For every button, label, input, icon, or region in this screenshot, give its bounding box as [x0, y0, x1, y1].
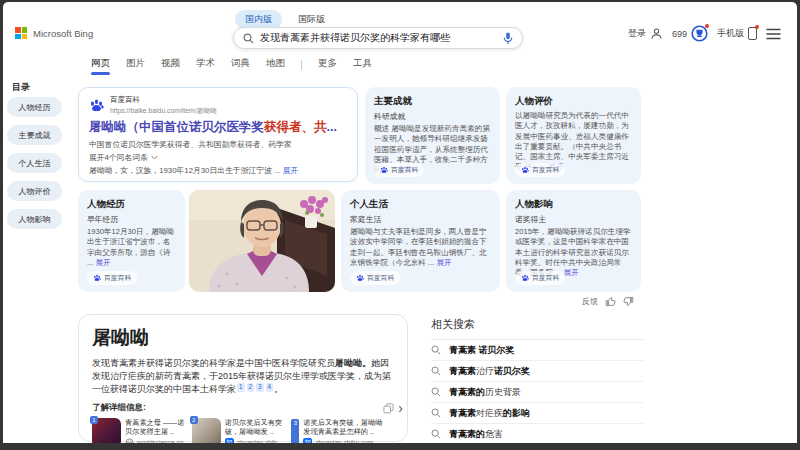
- baike-result-card[interactable]: 百度百科 https://baike.baidu.com/item/屠呦呦 屠呦…: [78, 87, 358, 182]
- portrait-image[interactable]: [189, 190, 335, 292]
- search-icon: [431, 429, 441, 439]
- answer-text: 。: [274, 384, 283, 394]
- source-card-2[interactable]: 2 诺贝尔奖后又有突破，屠呦呦发 .. 知zhuanlan.zhih..: [192, 418, 285, 443]
- tab-tools[interactable]: 工具: [353, 57, 372, 73]
- search-icon: [243, 33, 254, 44]
- related-item-3[interactable]: 青蒿素的历史背景: [431, 382, 643, 403]
- baidu-paw-icon: [93, 274, 101, 282]
- result-source-row[interactable]: 百度百科 https://baike.baidu.com/item/屠呦呦: [89, 95, 347, 116]
- toc-item-personal-life[interactable]: 个人生活: [7, 153, 62, 173]
- result-title-highlight: 获得者、共: [264, 120, 327, 134]
- answer-bold-text: 屠呦呦。: [335, 358, 371, 368]
- card-evaluation[interactable]: 人物评价 以屠呦呦研究员为代表的一代代中医人才，孜孜耕耘，屡建功勋，为发展中医药…: [506, 87, 641, 184]
- source-chip[interactable]: 百度百科: [374, 163, 424, 177]
- source-chip[interactable]: 百度百科: [350, 271, 400, 285]
- chip-label: 百度百科: [532, 165, 559, 175]
- related-item-2[interactable]: 青蒿素治疗诺贝尔奖: [431, 361, 643, 382]
- source-chip[interactable]: 百度百科: [515, 163, 565, 177]
- globe-icon: [125, 438, 134, 443]
- card-subtitle: 家庭生活: [350, 214, 491, 225]
- expand-link[interactable]: 展开: [437, 258, 452, 267]
- card-title: 人物影响: [515, 198, 632, 211]
- card-body-text: 屠呦呦与丈夫李廷钊是同乡，两人曾是宁波效实中学同学，在李廷钊姐姐的撮合下走到一起…: [350, 227, 487, 267]
- source-number-badge: 2: [190, 416, 198, 424]
- source-card-3[interactable]: 3 诺奖后又有突破，屠呦呦发现青蒿素是怎样的 .. 知zhuanlan.zhih…: [291, 418, 384, 443]
- related-searches: 相关搜索 青蒿素 诺贝尔奖 青蒿素治疗诺贝尔奖 青蒿素的历史背景 青蒿素对疟疾的…: [431, 317, 643, 443]
- baidu-paw-icon: [521, 274, 529, 282]
- toc-item-achievements[interactable]: 主要成就: [7, 125, 62, 145]
- citation-4[interactable]: 4: [266, 383, 274, 392]
- card-title: 人物经历: [87, 198, 176, 211]
- chip-label: 百度百科: [532, 273, 559, 283]
- source-thumbnail: 2: [192, 418, 221, 443]
- tab-more[interactable]: 更多: [318, 57, 337, 73]
- portrait-illustration: [189, 190, 335, 292]
- toc-title: 目录: [12, 81, 30, 94]
- baidu-paw-icon: [89, 98, 104, 113]
- learn-more-label: 了解详细信息:: [92, 402, 146, 414]
- search-bar[interactable]: [233, 27, 523, 49]
- tab-images[interactable]: 图片: [126, 57, 145, 73]
- source-chip[interactable]: 百度百科: [515, 271, 565, 285]
- hamburger-menu-icon[interactable]: [766, 28, 781, 40]
- related-item-4[interactable]: 青蒿素对疟疾的影响: [431, 403, 643, 424]
- chip-label: 百度百科: [104, 273, 131, 283]
- baidu-paw-icon: [380, 166, 388, 174]
- citation-1[interactable]: 1: [237, 383, 245, 392]
- result-title-link[interactable]: 屠呦呦（中国首位诺贝尔医学奖获得者、共...: [89, 119, 347, 136]
- rewards-button[interactable]: 699: [672, 25, 708, 42]
- toc-list: 人物经历 主要成就 个人生活 人物评价 人物影响: [7, 97, 62, 229]
- microsoft-logo-icon: [15, 27, 27, 39]
- card-title: 人物评价: [515, 95, 632, 108]
- thumbs-down-icon[interactable]: [623, 296, 634, 307]
- card-subtitle: 诺奖得主: [515, 214, 632, 225]
- tab-academic[interactable]: 学术: [196, 57, 215, 73]
- search-icon: [431, 387, 441, 397]
- related-text: 青蒿素: [449, 366, 476, 376]
- browser-page: Microsoft Bing 国内版 国际版 登录 699 手机版: [3, 2, 797, 443]
- expand-link[interactable]: 展开: [95, 258, 110, 267]
- source-chip[interactable]: 百度百科: [87, 271, 137, 285]
- related-item-1[interactable]: 青蒿素 诺贝尔奖: [431, 340, 643, 361]
- card-body: 1930年12月30日，屠呦呦出生于浙江省宁波市，名字由父亲所取，源自《诗 ..…: [87, 227, 176, 268]
- mobile-version-button[interactable]: 手机版: [717, 27, 757, 40]
- snippet-text: 屠呦呦，女，汉族，1930年12月30日出生于浙江宁波 ...: [89, 166, 281, 175]
- bing-logo[interactable]: Microsoft Bing: [15, 27, 93, 39]
- card-personal-life[interactable]: 个人生活 家庭生活 屠呦呦与丈夫李廷钊是同乡，两人曾是宁波效实中学同学，在李廷钊…: [341, 190, 500, 292]
- search-input[interactable]: [260, 33, 497, 44]
- card-achievements[interactable]: 主要成就 科研成就 概述 屠呦呦是发现新药青蒿素的第一发明人，她领导科研组继承发…: [365, 87, 500, 184]
- expand-link[interactable]: 展开: [564, 268, 579, 277]
- toc-item-experience[interactable]: 人物经历: [7, 97, 62, 117]
- citation-3[interactable]: 3: [256, 383, 264, 392]
- toc-item-influence[interactable]: 人物影响: [7, 209, 62, 229]
- sign-in-button[interactable]: 登录: [628, 27, 663, 40]
- citation-2[interactable]: 2: [247, 383, 255, 392]
- expand-entries-button[interactable]: 展开4个同名词条: [89, 152, 347, 163]
- related-item-5[interactable]: 青蒿素的危害: [431, 424, 643, 443]
- copy-icon[interactable]: [383, 403, 394, 414]
- snippet-expand-link[interactable]: 展开: [283, 166, 299, 175]
- card-experience[interactable]: 人物经历 早年经历 1930年12月30日，屠呦呦出生于浙江省宁波市，名字由父亲…: [78, 190, 185, 292]
- thumbs-up-icon[interactable]: [605, 296, 616, 307]
- tab-international[interactable]: 国际版: [298, 13, 325, 26]
- answer-text: 发现青蒿素并获得诺贝尔奖的科学家是中国中医科学院研究员: [92, 358, 335, 368]
- result-title-text: 屠呦呦（中国首位诺贝尔医学奖: [89, 120, 264, 134]
- tab-dictionary[interactable]: 词典: [231, 57, 250, 73]
- result-url: https://baike.baidu.com/item/屠呦呦: [110, 106, 217, 116]
- tab-videos[interactable]: 视频: [161, 57, 180, 73]
- sources-next-chevron-icon[interactable]: ›: [398, 401, 403, 415]
- card-influence[interactable]: 人物影响 诺奖得主 2015年，屠呦呦获得诺贝尔生理学或医学奖，这是中国科学家在…: [506, 190, 641, 292]
- source-card-1[interactable]: 1 青蒿素之母 ——诺贝尔奖得主屠 .. worldscience.cn: [92, 418, 185, 443]
- related-text: 青蒿素: [449, 408, 476, 418]
- rewards-points: 699: [672, 29, 687, 39]
- tab-maps[interactable]: 地图: [266, 57, 285, 73]
- answer-card: 屠呦呦 发现青蒿素并获得诺贝尔奖的科学家是中国中医科学院研究员屠呦呦。她因发现治…: [78, 314, 408, 442]
- person-icon: [650, 27, 663, 40]
- tab-web[interactable]: 网页: [91, 57, 110, 73]
- feedback-label[interactable]: 反馈: [582, 296, 598, 307]
- microphone-icon[interactable]: [503, 32, 513, 45]
- header-right: 登录 699 手机版: [628, 25, 781, 42]
- toc-item-evaluation[interactable]: 人物评价: [7, 181, 62, 201]
- related-text: 的影响: [503, 408, 530, 418]
- result-snippet: 屠呦呦，女，汉族，1930年12月30日出生于浙江宁波 ... 展开: [89, 165, 347, 176]
